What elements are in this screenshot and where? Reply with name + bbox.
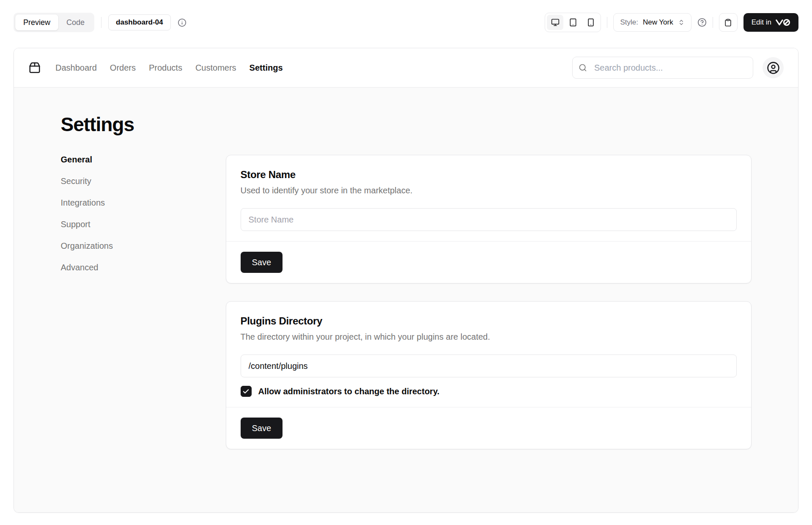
store-name-card-footer: Save bbox=[226, 241, 751, 283]
style-select-value: New York bbox=[643, 18, 673, 27]
store-name-card-title: Store Name bbox=[241, 169, 737, 181]
style-select-label: Style: bbox=[620, 18, 638, 27]
store-name-card: Store Name Used to identify your store i… bbox=[226, 155, 752, 283]
toolbar: Preview Code dashboard-04 Style: New Yor… bbox=[0, 0, 812, 32]
smartphone-icon bbox=[587, 18, 595, 27]
plugins-directory-card: Plugins Directory The directory within y… bbox=[226, 301, 752, 449]
copy-code-button[interactable] bbox=[719, 13, 738, 32]
nav-link-dashboard[interactable]: Dashboard bbox=[55, 63, 97, 73]
sidebar-item-support[interactable]: Support bbox=[61, 220, 192, 229]
nav-link-settings[interactable]: Settings bbox=[250, 63, 283, 73]
block-name-badge: dashboard-04 bbox=[108, 14, 170, 30]
allow-admin-checkbox[interactable] bbox=[241, 386, 252, 397]
plugins-directory-card-description: The directory within your project, in wh… bbox=[241, 332, 737, 342]
page-title: Settings bbox=[61, 113, 752, 136]
check-icon bbox=[242, 388, 250, 395]
toolbar-right: Style: New York Edit in bbox=[545, 13, 798, 32]
nav-link-customers[interactable]: Customers bbox=[195, 63, 236, 73]
sidebar-item-organizations[interactable]: Organizations bbox=[61, 241, 192, 251]
help-icon[interactable] bbox=[697, 18, 707, 27]
tablet-view-button[interactable] bbox=[565, 15, 581, 30]
view-toggle-group: Preview Code bbox=[14, 13, 94, 32]
style-select[interactable]: Style: New York bbox=[613, 13, 691, 32]
tablet-icon bbox=[569, 18, 577, 27]
chevrons-up-down-icon bbox=[678, 19, 685, 26]
store-name-input[interactable] bbox=[241, 208, 737, 231]
separator bbox=[101, 17, 102, 28]
circle-user-icon bbox=[767, 61, 780, 74]
search-container bbox=[572, 57, 753, 79]
block-preview-frame: Dashboard Orders Products Customers Sett… bbox=[14, 48, 798, 513]
allow-admin-row: Allow administrators to change the direc… bbox=[241, 386, 737, 397]
toolbar-left: Preview Code dashboard-04 bbox=[14, 13, 187, 32]
plugins-directory-save-button[interactable]: Save bbox=[241, 418, 283, 439]
tab-preview[interactable]: Preview bbox=[15, 14, 58, 30]
device-toggle-group bbox=[545, 13, 601, 32]
clipboard-icon bbox=[724, 19, 732, 27]
store-name-save-button[interactable]: Save bbox=[241, 252, 283, 273]
allow-admin-checkbox-label[interactable]: Allow administrators to change the direc… bbox=[258, 387, 440, 396]
monitor-icon bbox=[551, 18, 560, 27]
mobile-view-button[interactable] bbox=[582, 15, 599, 30]
store-name-card-description: Used to identify your store in the marke… bbox=[241, 186, 737, 195]
app-header: Dashboard Orders Products Customers Sett… bbox=[14, 48, 798, 88]
store-logo-icon[interactable] bbox=[28, 61, 41, 74]
user-menu-button[interactable] bbox=[763, 57, 784, 78]
tab-code[interactable]: Code bbox=[58, 14, 93, 30]
edit-in-v0-button[interactable]: Edit in bbox=[743, 13, 798, 32]
v0-logo-icon bbox=[775, 19, 790, 26]
nav-link-orders[interactable]: Orders bbox=[110, 63, 136, 73]
separator bbox=[607, 17, 607, 28]
plugins-directory-card-title: Plugins Directory bbox=[241, 315, 737, 327]
sidebar-item-advanced[interactable]: Advanced bbox=[61, 263, 192, 272]
nav-link-products[interactable]: Products bbox=[149, 63, 182, 73]
settings-sidebar: General Security Integrations Support Or… bbox=[61, 155, 192, 272]
plugins-directory-card-footer: Save bbox=[226, 407, 751, 449]
separator bbox=[713, 17, 713, 28]
settings-page: Settings General Security Integrations S… bbox=[14, 88, 798, 512]
desktop-view-button[interactable] bbox=[547, 15, 563, 30]
sidebar-item-security[interactable]: Security bbox=[61, 176, 192, 186]
plugins-directory-input[interactable] bbox=[241, 355, 737, 377]
edit-in-v0-label: Edit in bbox=[752, 18, 771, 27]
sidebar-item-integrations[interactable]: Integrations bbox=[61, 198, 192, 208]
info-icon[interactable] bbox=[178, 18, 187, 27]
sidebar-item-general[interactable]: General bbox=[61, 155, 192, 165]
search-icon bbox=[579, 63, 587, 72]
search-input[interactable] bbox=[572, 57, 753, 79]
app-nav: Dashboard Orders Products Customers Sett… bbox=[55, 63, 283, 73]
